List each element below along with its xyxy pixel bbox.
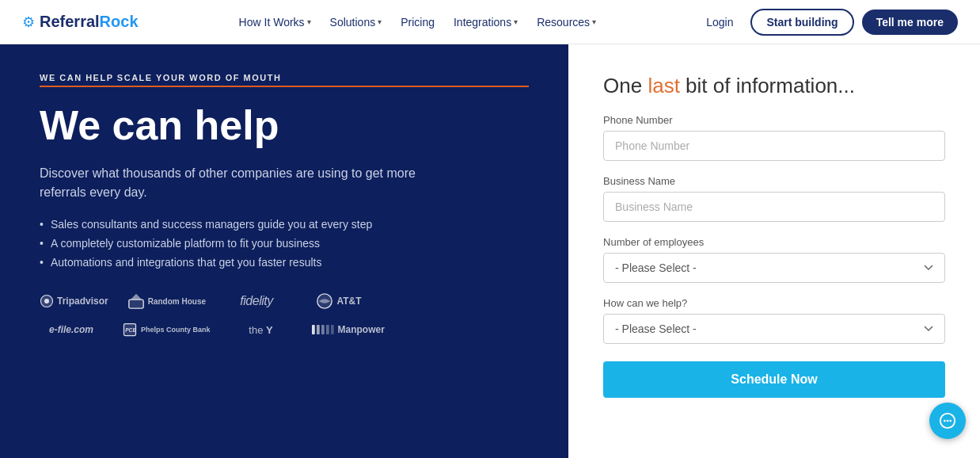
- nav-pricing[interactable]: Pricing: [393, 11, 443, 33]
- help-select[interactable]: - Please Select - Referral programs Loya…: [603, 314, 945, 344]
- gear-icon: ⚙: [22, 13, 35, 31]
- business-input[interactable]: [603, 192, 945, 222]
- phone-input[interactable]: [603, 131, 945, 161]
- login-button[interactable]: Login: [697, 11, 743, 33]
- phone-field-group: Phone Number: [603, 114, 945, 161]
- logo-att: AT&T: [307, 292, 370, 310]
- logo-random-house: Random House: [127, 292, 206, 310]
- chat-bubble-button[interactable]: [929, 403, 966, 439]
- business-field-group: Business Name: [603, 175, 945, 222]
- help-label: How can we help?: [603, 297, 945, 309]
- svg-rect-6: [312, 325, 315, 334]
- form-heading: One last bit of information...: [603, 73, 945, 100]
- svg-text:PCB: PCB: [125, 328, 136, 334]
- svg-rect-9: [326, 325, 329, 334]
- logo-tripadvisor: Tripadvisor: [40, 294, 108, 308]
- svg-rect-2: [129, 300, 143, 308]
- svg-point-1: [44, 299, 49, 303]
- tell-me-more-button[interactable]: Tell me more: [862, 10, 958, 35]
- nav-right: Login Start building Tell me more: [697, 9, 958, 36]
- svg-point-14: [949, 420, 952, 422]
- nav-integrations[interactable]: Integrations ▾: [446, 11, 526, 33]
- logo-efile: e-file.com: [40, 324, 103, 335]
- chevron-down-icon: ▾: [307, 17, 311, 26]
- svg-point-12: [944, 420, 946, 422]
- left-panel: WE CAN HELP SCALE YOUR WORD OF MOUTH We …: [0, 44, 568, 458]
- logo-link[interactable]: ⚙ ReferralRock: [22, 13, 139, 31]
- navigation: ⚙ ReferralRock How It Works ▾ Solutions …: [0, 0, 980, 44]
- phone-label: Phone Number: [603, 114, 945, 126]
- svg-rect-7: [317, 325, 320, 334]
- help-field-group: How can we help? - Please Select - Refer…: [603, 297, 945, 344]
- chevron-down-icon: ▾: [592, 17, 596, 26]
- schedule-button[interactable]: Schedule Now: [603, 361, 945, 398]
- bullet-2: A completely customizable platform to fi…: [40, 237, 529, 250]
- nav-links: How It Works ▾ Solutions ▾ Pricing Integ…: [231, 11, 604, 33]
- logo-fidelity: fidelity: [225, 294, 288, 308]
- employees-select[interactable]: - Please Select - 1–10 11–50 51–200 201–…: [603, 253, 945, 283]
- chevron-down-icon: ▾: [514, 17, 518, 26]
- nav-solutions[interactable]: Solutions ▾: [322, 11, 390, 33]
- svg-rect-8: [321, 325, 325, 334]
- svg-point-13: [947, 420, 949, 422]
- hero-subtitle: Discover what thousands of other compani…: [40, 164, 420, 202]
- logo-ymca: the Y: [230, 324, 293, 336]
- logos-row-2: e-file.com PCB Phelps County Bank the Y …: [40, 321, 529, 338]
- employees-field-group: Number of employees - Please Select - 1–…: [603, 236, 945, 283]
- logo-manpower: Manpower: [312, 321, 385, 338]
- svg-rect-10: [331, 325, 334, 334]
- employees-label: Number of employees: [603, 236, 945, 248]
- nav-resources[interactable]: Resources ▾: [529, 11, 604, 33]
- chevron-down-icon: ▾: [378, 17, 382, 26]
- eyebrow-text: WE CAN HELP SCALE YOUR WORD OF MOUTH: [40, 73, 529, 87]
- bullet-3: Automations and integrations that get yo…: [40, 256, 529, 269]
- logos-row-1: Tripadvisor Random House fidelity AT&T: [40, 292, 529, 310]
- nav-how-it-works[interactable]: How It Works ▾: [231, 11, 319, 33]
- right-panel: One last bit of information... Phone Num…: [568, 44, 980, 458]
- feature-bullets: Sales consultants and success managers g…: [40, 218, 529, 269]
- hero-title: We can help: [40, 103, 529, 148]
- logo-text: ReferralRock: [40, 13, 139, 31]
- bullet-1: Sales consultants and success managers g…: [40, 218, 529, 231]
- start-building-button[interactable]: Start building: [750, 9, 853, 36]
- client-logos: Tripadvisor Random House fidelity AT&T e…: [40, 292, 529, 338]
- business-label: Business Name: [603, 175, 945, 187]
- logo-phelps-county-bank: PCB Phelps County Bank: [122, 322, 211, 338]
- page-body: WE CAN HELP SCALE YOUR WORD OF MOUTH We …: [0, 44, 980, 458]
